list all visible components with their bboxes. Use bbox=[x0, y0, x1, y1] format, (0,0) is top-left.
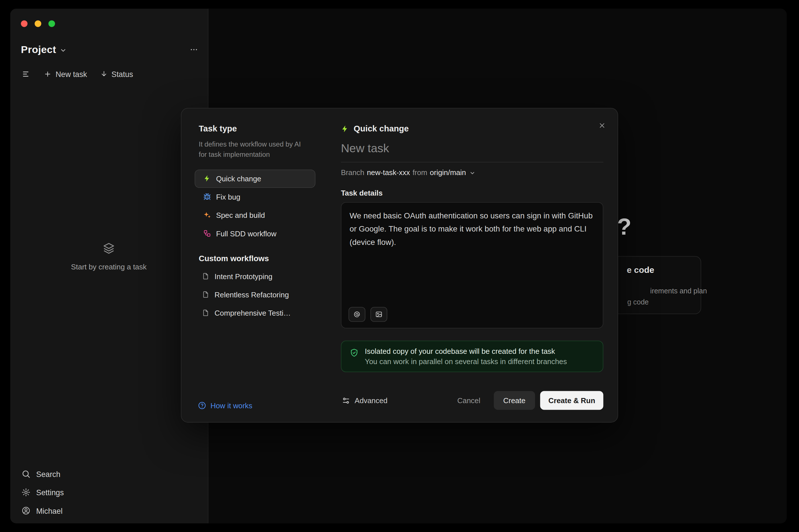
new-task-label: New task bbox=[56, 70, 87, 78]
task-details-label: Task details bbox=[341, 189, 603, 197]
workflow-label: Intent Prototyping bbox=[215, 272, 273, 280]
task-type-fix-bug[interactable]: Fix bug bbox=[195, 188, 315, 206]
plus-icon bbox=[44, 70, 52, 78]
user-circle-icon bbox=[21, 506, 31, 515]
close-window-button[interactable] bbox=[21, 20, 28, 27]
sidebar-empty-state: Start by creating a task bbox=[10, 242, 207, 271]
sidebar-item-user[interactable]: Michael bbox=[21, 504, 64, 517]
branch-from-label: from bbox=[413, 169, 428, 177]
close-modal-button[interactable] bbox=[595, 119, 609, 132]
chevron-down-icon[interactable] bbox=[60, 46, 67, 54]
layers-icon bbox=[103, 242, 115, 254]
task-type-spec-and-build[interactable]: Spec and build bbox=[195, 206, 315, 224]
branch-row: Branch new-task-xxx from origin/main bbox=[341, 169, 603, 177]
notice-line1: Isolated copy of your codebase will be c… bbox=[365, 347, 567, 356]
project-menu-button[interactable] bbox=[187, 43, 201, 56]
zoom-window-button[interactable] bbox=[49, 20, 55, 27]
task-type-panel: Task type It defines the workflow used b… bbox=[181, 108, 331, 422]
sidebar: Project bbox=[10, 8, 208, 523]
close-icon bbox=[598, 121, 606, 129]
notice-text: Isolated copy of your codebase will be c… bbox=[365, 347, 567, 365]
new-task-button[interactable]: New task bbox=[44, 70, 87, 78]
bolt-icon bbox=[341, 125, 349, 133]
custom-workflows-list: Intent Prototyping Relentless Refactorin… bbox=[195, 267, 315, 322]
window-controls bbox=[21, 20, 55, 27]
workflow-intent-prototyping[interactable]: Intent Prototyping bbox=[195, 267, 315, 285]
workflow-label: Comprehensive Testi… bbox=[215, 309, 291, 317]
notice-line2: You can work in parallel on several task… bbox=[365, 358, 567, 366]
task-type-label: Spec and build bbox=[216, 211, 265, 219]
mention-button[interactable] bbox=[348, 307, 365, 322]
task-details-box: We need basic OAuth authentication so us… bbox=[341, 202, 603, 328]
create-and-run-button[interactable]: Create & Run bbox=[540, 391, 603, 410]
document-icon bbox=[202, 291, 210, 299]
task-name-input[interactable] bbox=[341, 141, 603, 162]
task-type-label: Full SDD workflow bbox=[216, 229, 276, 238]
project-title[interactable]: Project bbox=[21, 44, 56, 55]
at-sign-icon bbox=[353, 310, 361, 318]
custom-workflows-heading: Custom workflows bbox=[199, 254, 315, 263]
sidebar-toolbar: New task Status bbox=[22, 67, 201, 81]
create-button[interactable]: Create bbox=[494, 391, 535, 410]
attach-image-button[interactable] bbox=[370, 307, 387, 322]
task-type-label: Quick change bbox=[216, 174, 261, 183]
workflow-label: Relentless Refactoring bbox=[215, 290, 289, 299]
modal-header: Quick change bbox=[341, 124, 603, 133]
shield-check-icon bbox=[349, 348, 359, 357]
new-task-modal: Task type It defines the workflow used b… bbox=[181, 108, 618, 423]
document-icon bbox=[202, 272, 210, 280]
modal-title: Quick change bbox=[353, 124, 408, 133]
view-options-button[interactable] bbox=[22, 70, 31, 78]
chevron-down-icon[interactable] bbox=[470, 170, 476, 176]
branch-name: new-task-xxx bbox=[367, 169, 410, 177]
task-type-list: Quick change Fix bug Spec and build bbox=[195, 169, 315, 243]
task-type-quick-change[interactable]: Quick change bbox=[195, 169, 315, 188]
bolt-icon bbox=[203, 174, 211, 182]
sidebar-item-search[interactable]: Search bbox=[21, 467, 64, 480]
sparkles-icon bbox=[203, 211, 211, 219]
search-label: Search bbox=[36, 470, 60, 478]
how-it-works-link[interactable]: How it works bbox=[198, 401, 252, 410]
ellipsis-icon bbox=[189, 45, 198, 54]
sliders-icon bbox=[342, 396, 350, 404]
status-filter-button[interactable]: Status bbox=[100, 70, 133, 78]
arrow-down-icon bbox=[100, 70, 107, 77]
how-it-works-label: How it works bbox=[210, 401, 252, 410]
search-icon bbox=[21, 469, 31, 478]
task-details-input[interactable]: We need basic OAuth authentication so us… bbox=[341, 203, 603, 301]
advanced-button[interactable]: Advanced bbox=[341, 394, 389, 406]
project-header: Project bbox=[21, 42, 201, 57]
background-card-line1-fragment: irements and plan bbox=[650, 287, 707, 295]
background-card-title-fragment: e code bbox=[627, 265, 654, 276]
modal-footer: Advanced Cancel Create Create & Run bbox=[341, 391, 603, 410]
user-label: Michael bbox=[36, 506, 62, 515]
settings-label: Settings bbox=[36, 488, 64, 497]
workflow-icon bbox=[203, 229, 211, 237]
gear-icon bbox=[21, 488, 31, 497]
workflow-comprehensive-testing[interactable]: Comprehensive Testi… bbox=[195, 304, 315, 322]
background-heading-fragment: ? bbox=[617, 213, 631, 240]
minimize-window-button[interactable] bbox=[35, 20, 41, 27]
status-label: Status bbox=[112, 70, 133, 78]
task-form-panel: Quick change Branch new-task-xxx from or… bbox=[331, 108, 618, 422]
branch-label: Branch bbox=[341, 169, 364, 177]
image-icon bbox=[375, 310, 383, 318]
bug-icon bbox=[203, 193, 211, 201]
empty-state-text: Start by creating a task bbox=[10, 263, 207, 271]
cancel-button[interactable]: Cancel bbox=[456, 393, 482, 407]
task-type-full-sdd-workflow[interactable]: Full SDD workflow bbox=[195, 224, 315, 243]
question-circle-icon bbox=[198, 401, 206, 410]
sidebar-footer: Search Settings Michael bbox=[21, 467, 64, 517]
branch-base[interactable]: origin/main bbox=[430, 169, 466, 177]
workflow-relentless-refactoring[interactable]: Relentless Refactoring bbox=[195, 285, 315, 304]
advanced-label: Advanced bbox=[355, 396, 387, 404]
list-icon bbox=[22, 70, 31, 78]
document-icon bbox=[202, 309, 210, 317]
stage: Project bbox=[0, 0, 799, 532]
task-type-description: It defines the workflow used by AI for t… bbox=[199, 139, 308, 160]
sidebar-item-settings[interactable]: Settings bbox=[21, 486, 64, 499]
attachment-toolbar bbox=[348, 307, 387, 322]
task-type-label: Fix bug bbox=[216, 193, 240, 201]
background-card-line2-fragment: g code bbox=[627, 298, 649, 306]
isolation-notice: Isolated copy of your codebase will be c… bbox=[341, 341, 603, 372]
